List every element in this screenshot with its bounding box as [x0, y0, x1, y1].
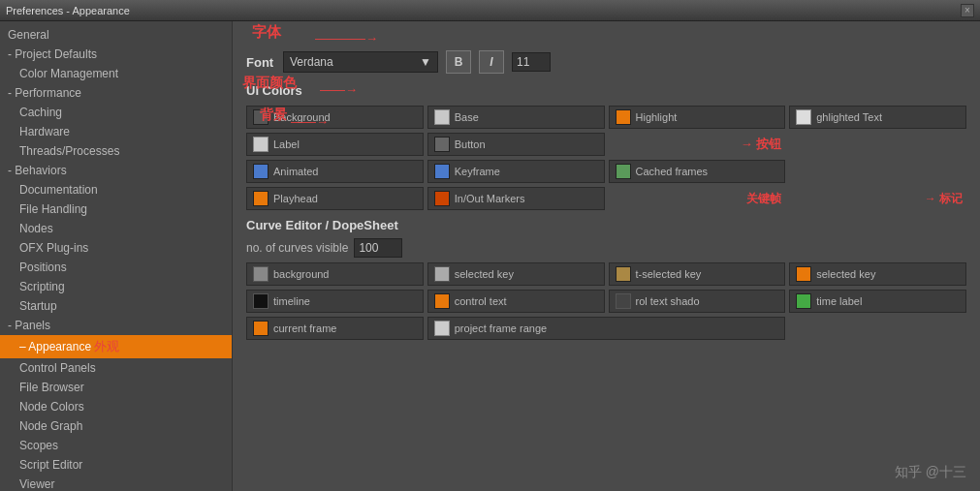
color-highlighted-text[interactable]: ghlighted Text	[789, 106, 966, 129]
font-bold-button[interactable]: B	[446, 50, 471, 74]
sidebar-item-color-management[interactable]: Color Management	[0, 64, 232, 83]
curve-color-control-text[interactable]: control text	[427, 290, 605, 313]
watermark: 知乎 @十三	[895, 464, 966, 481]
curves-visible-input[interactable]	[354, 238, 402, 258]
curve-color-timeline[interactable]: timeline	[246, 290, 424, 313]
sidebar-item-positions[interactable]: Positions	[0, 258, 232, 277]
sidebar-item-panels[interactable]: - Panels	[0, 316, 232, 335]
sidebar-item-viewer[interactable]: Viewer	[0, 475, 232, 491]
curve-color-current-frame[interactable]: current frame	[246, 317, 424, 340]
sidebar-item-file-handling[interactable]: File Handling	[0, 199, 232, 219]
keyframe-annotation-zh: 关键帧	[746, 191, 781, 207]
color-background[interactable]: Background	[246, 106, 424, 129]
sidebar-item-threads[interactable]: Threads/Processes	[0, 141, 232, 161]
sidebar-item-appearance[interactable]: – Appearance 外观	[0, 335, 232, 358]
color-animated[interactable]: Animated	[246, 160, 424, 183]
sidebar-item-project-defaults[interactable]: - Project Defaults	[0, 45, 232, 64]
sidebar: General - Project Defaults Color Managem…	[0, 21, 233, 491]
marker-annotation-zh: → 标记	[925, 191, 963, 207]
color-base[interactable]: Base	[427, 106, 605, 129]
curves-visible-row: no. of curves visible	[246, 238, 966, 258]
sidebar-item-hardware[interactable]: Hardware	[0, 122, 232, 141]
font-annotation-zh: 字体	[252, 23, 281, 42]
curve-color-background[interactable]: background	[246, 262, 424, 286]
color-highlight[interactable]: Highlight	[609, 106, 786, 129]
curve-color-t-selected-key[interactable]: t-selected key	[609, 262, 786, 286]
button-annotation-zh: → 按钮	[741, 136, 782, 153]
font-dropdown-arrow: ▼	[420, 55, 431, 69]
color-label[interactable]: Label	[246, 133, 424, 156]
ui-colors-label: UI Colors	[246, 83, 966, 98]
curve-color-selected-key[interactable]: selected key	[427, 262, 605, 286]
font-section-label: Font	[246, 55, 275, 70]
sidebar-item-node-colors[interactable]: Node Colors	[0, 397, 232, 416]
sidebar-item-behaviors[interactable]: - Behaviors	[0, 161, 232, 180]
sidebar-item-script-editor[interactable]: Script Editor	[0, 455, 232, 475]
sidebar-item-general[interactable]: General	[0, 25, 232, 45]
font-italic-button[interactable]: I	[479, 50, 504, 74]
sidebar-item-scripting[interactable]: Scripting	[0, 277, 232, 296]
color-cached-frames[interactable]: Cached frames	[609, 160, 786, 183]
sidebar-item-control-panels[interactable]: Control Panels	[0, 358, 232, 378]
color-playhead[interactable]: Playhead	[246, 187, 424, 210]
sidebar-item-caching[interactable]: Caching	[0, 103, 232, 122]
sidebar-item-documentation[interactable]: Documentation	[0, 180, 232, 199]
curve-editor-label: Curve Editor / DopeSheet	[246, 218, 966, 232]
sidebar-item-node-graph[interactable]: Node Graph	[0, 416, 232, 436]
curve-color-elected-key[interactable]: selected key	[789, 262, 966, 286]
curve-color-project-frame-range[interactable]: project frame range	[427, 317, 786, 340]
curve-color-rol-text-shado[interactable]: rol text shado	[609, 290, 786, 313]
content-area: 字体 ————→ 界面颜色 ——→ 背景 ——→ 标签 ——→ Font Ver…	[233, 21, 980, 491]
font-name: Verdana	[290, 55, 333, 69]
sidebar-item-ofx[interactable]: OFX Plug-ins	[0, 238, 232, 258]
sidebar-item-file-browser[interactable]: File Browser	[0, 378, 232, 397]
curves-visible-label: no. of curves visible	[246, 241, 348, 255]
sidebar-item-nodes[interactable]: Nodes	[0, 219, 232, 238]
curve-editor-section: Curve Editor / DopeSheet no. of curves v…	[246, 218, 966, 340]
color-button[interactable]: Button	[427, 133, 605, 156]
curve-color-time-label[interactable]: time label	[789, 290, 966, 313]
window-title: Preferences - Appearance	[6, 5, 130, 16]
font-size-input[interactable]	[512, 52, 551, 72]
font-dropdown[interactable]: Verdana ▼	[283, 51, 438, 73]
color-inout-markers[interactable]: In/Out Markers	[427, 187, 605, 210]
close-button[interactable]: ×	[961, 4, 974, 17]
color-keyframe[interactable]: Keyframe	[427, 160, 605, 183]
font-arrow: ————→	[315, 31, 378, 46]
title-bar: Preferences - Appearance ×	[0, 0, 980, 21]
sidebar-item-performance[interactable]: - Performance	[0, 83, 232, 103]
sidebar-item-scopes[interactable]: Scopes	[0, 436, 232, 455]
sidebar-item-startup[interactable]: Startup	[0, 296, 232, 316]
